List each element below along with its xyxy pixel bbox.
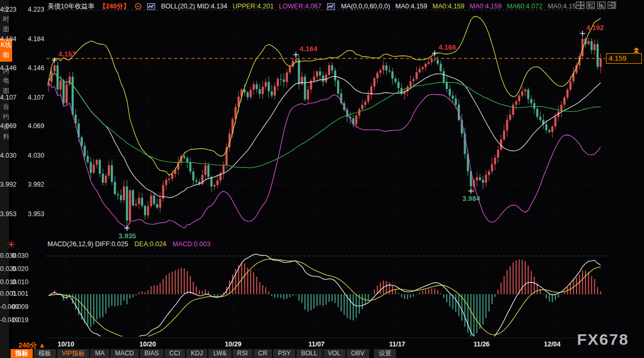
toolbar-button-VOL[interactable]: VOL xyxy=(323,349,345,358)
toolbar-button-OBV[interactable]: OBV xyxy=(347,349,369,358)
toolbar-button-PSY[interactable]: PSY xyxy=(273,349,295,358)
toolbar-button-RSI[interactable]: RSI xyxy=(233,349,253,358)
toolbar-button-MA[interactable]: MA xyxy=(90,349,109,358)
toolbar-button-MACD[interactable]: MACD xyxy=(110,349,138,358)
toolbar-button-设置[interactable]: 设置 xyxy=(374,349,396,358)
watermark: FX678 xyxy=(577,331,629,349)
toolbar-button-模板[interactable]: 模板 xyxy=(34,349,56,358)
toolbar-button-KDJ[interactable]: KDJ xyxy=(186,349,208,358)
toolbar-button-BIAS[interactable]: BIAS xyxy=(140,349,164,358)
current-price-value: 4.159 xyxy=(609,54,627,62)
app-root: 分时图K线图闪电图合约资料 美债10年收益率 【240分】 BOLL(20,2)… xyxy=(0,0,644,358)
price-up-arrow-icon xyxy=(633,46,640,56)
toolbar-button-CR[interactable]: CR xyxy=(254,349,272,358)
toolbar-button-BOLL[interactable]: BOLL xyxy=(296,349,322,358)
chart-canvas[interactable] xyxy=(0,0,644,358)
toolbar-button-指标[interactable]: 指标 xyxy=(11,349,33,358)
toolbar-button-CCI[interactable]: CCI xyxy=(165,349,185,358)
indicator-toolbar: 指标模板VIP指标MAMACDBIASCCIKDJLW&RSICRPSYBOLL… xyxy=(11,349,396,358)
toolbar-button-LW&[interactable]: LW& xyxy=(208,349,231,358)
toolbar-button-VIP指标[interactable]: VIP指标 xyxy=(57,349,89,358)
